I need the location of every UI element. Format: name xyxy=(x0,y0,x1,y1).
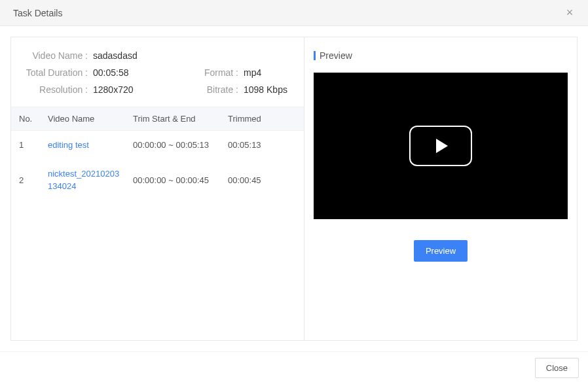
meta-value: 1280x720 xyxy=(93,84,198,95)
meta-block: Video Name : sadasdasd Total Duration : … xyxy=(11,37,304,107)
close-icon[interactable]: × xyxy=(562,5,578,21)
meta-row-duration-format: Total Duration : 00:05:58 Format : mp4 xyxy=(18,67,297,78)
col-no: No. xyxy=(11,107,43,131)
table-row: 2 nicktest_20210203134024 00:00:00 ~ 00:… xyxy=(11,160,304,201)
video-name-link[interactable]: editing test xyxy=(48,140,89,150)
preview-heading-text: Preview xyxy=(320,50,352,61)
meta-value: 00:05:58 xyxy=(93,67,198,78)
cell-trim: 00:00:00 ~ 00:00:45 xyxy=(128,160,223,201)
meta-label: Bitrate : xyxy=(198,84,244,95)
table-row: 1 editing test 00:00:00 ~ 00:05:13 00:05… xyxy=(11,131,304,160)
col-trimmed: Trimmed xyxy=(223,107,304,131)
cell-trim: 00:00:00 ~ 00:05:13 xyxy=(128,131,223,160)
table-header-row: No. Video Name Trim Start & End Trimmed xyxy=(11,107,304,131)
col-trim: Trim Start & End xyxy=(128,107,223,131)
left-pane: Video Name : sadasdasd Total Duration : … xyxy=(11,37,304,340)
meta-row-video-name: Video Name : sadasdasd xyxy=(18,50,297,61)
modal-title: Task Details xyxy=(13,8,62,18)
modal-body: Video Name : sadasdasd Total Duration : … xyxy=(0,26,588,351)
preview-heading: Preview xyxy=(314,50,568,61)
modal-header: Task Details × xyxy=(0,0,588,26)
preview-button-wrap: Preview xyxy=(314,240,568,262)
meta-value: 1098 Kbps xyxy=(244,84,287,95)
meta-label: Total Duration : xyxy=(18,67,93,78)
close-button[interactable]: Close xyxy=(535,358,579,378)
cell-no: 1 xyxy=(11,131,43,160)
meta-label: Format : xyxy=(198,67,244,78)
cell-no: 2 xyxy=(11,160,43,201)
content-frame: Video Name : sadasdasd Total Duration : … xyxy=(10,37,578,341)
play-icon xyxy=(436,139,448,153)
meta-value: mp4 xyxy=(244,67,261,78)
cell-trimmed: 00:00:45 xyxy=(223,160,304,201)
right-pane: Preview Preview xyxy=(304,37,577,340)
clips-table: No. Video Name Trim Start & End Trimmed … xyxy=(11,107,304,201)
preview-accent-bar xyxy=(314,51,316,60)
cell-trimmed: 00:05:13 xyxy=(223,131,304,160)
video-name-link[interactable]: nicktest_20210203134024 xyxy=(48,169,119,192)
play-button[interactable] xyxy=(409,126,472,166)
video-preview xyxy=(314,73,568,219)
meta-value: sadasdasd xyxy=(93,50,198,61)
meta-row-resolution-bitrate: Resolution : 1280x720 Bitrate : 1098 Kbp… xyxy=(18,84,297,95)
meta-label: Video Name : xyxy=(18,50,93,61)
meta-label: Resolution : xyxy=(18,84,93,95)
modal-footer: Close xyxy=(0,351,588,384)
preview-button[interactable]: Preview xyxy=(414,240,468,262)
col-video-name: Video Name xyxy=(43,107,128,131)
